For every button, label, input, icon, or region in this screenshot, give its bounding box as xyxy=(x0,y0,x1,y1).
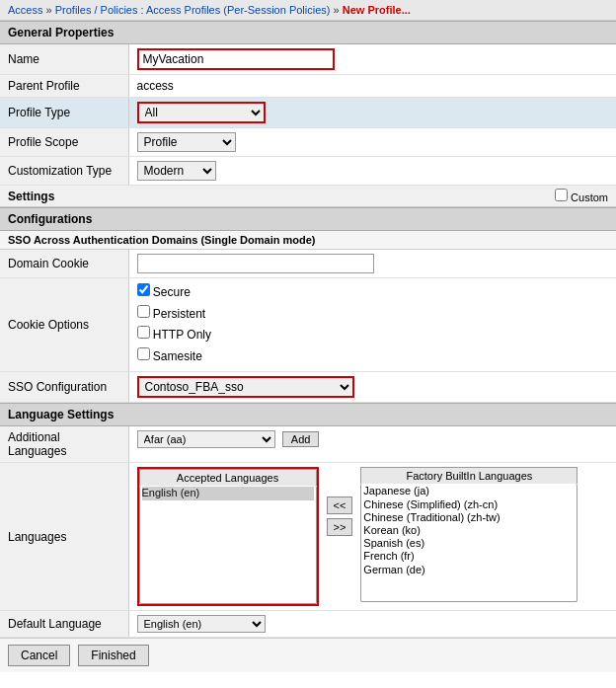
languages-value-cell: Accepted Languages English (en) << >> Fa… xyxy=(128,463,616,611)
default-language-value-cell: English (en) Japanese (ja) xyxy=(128,611,616,638)
domain-cookie-row: Domain Cookie xyxy=(0,250,616,278)
cookie-options-value-cell: Secure Persistent HTTP Only Samesite xyxy=(128,278,616,372)
factory-languages-select[interactable]: Japanese (ja) Chinese (Simplified) (zh-c… xyxy=(360,484,578,602)
name-row: Name xyxy=(0,44,616,75)
cookie-options-label: Cookie Options xyxy=(0,278,128,372)
cookie-options-row: Cookie Options Secure Persistent HTTP On… xyxy=(0,278,616,372)
cookie-samesite-checkbox[interactable] xyxy=(137,347,150,360)
additional-languages-label: Additional Languages xyxy=(0,426,128,463)
finished-button[interactable]: Finished xyxy=(78,645,148,666)
cancel-button[interactable]: Cancel xyxy=(8,645,70,666)
domain-cookie-value-cell xyxy=(128,250,616,278)
additional-languages-value-cell: Afar (aa) Abkhazian (ab) Add xyxy=(128,426,616,463)
languages-row: Languages Accepted Languages English (en… xyxy=(0,463,616,611)
sso-config-value-cell: Contoso_FBA_sso None xyxy=(128,372,616,403)
footer-bar: Cancel Finished xyxy=(0,638,616,672)
parent-profile-label: Parent Profile xyxy=(0,75,128,98)
cookie-secure-label[interactable]: Secure xyxy=(137,282,609,304)
languages-label: Languages xyxy=(0,463,128,611)
name-input[interactable] xyxy=(137,48,335,70)
profile-scope-select[interactable]: Profile Global xyxy=(137,132,236,152)
language-settings-table: Additional Languages Afar (aa) Abkhazian… xyxy=(0,426,616,638)
default-language-label: Default Language xyxy=(0,611,128,638)
domain-cookie-input[interactable] xyxy=(137,254,374,273)
default-language-row: Default Language English (en) Japanese (… xyxy=(0,611,616,638)
transfer-buttons: << >> xyxy=(323,497,357,536)
cookie-httponly-label[interactable]: HTTP Only xyxy=(137,325,609,346)
profile-type-row: Profile Type All LTM+APM SSL-VPN xyxy=(0,98,616,128)
parent-profile-row: Parent Profile access xyxy=(0,75,616,98)
breadcrumb-sep2: » xyxy=(334,4,343,16)
cookie-secure-checkbox[interactable] xyxy=(137,283,150,296)
add-language-button[interactable]: Add xyxy=(282,431,320,447)
breadcrumb: Access » Profiles / Policies : Access Pr… xyxy=(0,0,616,21)
sso-config-row: SSO Configuration Contoso_FBA_sso None xyxy=(0,372,616,403)
transfer-left-button[interactable]: << xyxy=(327,497,353,514)
name-value-cell xyxy=(128,44,616,75)
cookie-persistent-checkbox[interactable] xyxy=(137,305,150,318)
sso-section-header: SSO Across Authentication Domains (Singl… xyxy=(0,231,616,250)
settings-row: Settings Custom xyxy=(0,186,616,207)
profile-type-select[interactable]: All LTM+APM SSL-VPN xyxy=(137,102,266,123)
custom-checkbox-label[interactable]: Custom xyxy=(555,189,608,203)
customization-type-value-cell: Modern Standard xyxy=(128,157,616,186)
profile-scope-row: Profile Scope Profile Global xyxy=(0,128,616,157)
accepted-languages-header: Accepted Languages xyxy=(139,469,317,486)
name-label: Name xyxy=(0,44,128,75)
breadcrumb-new-profile: New Profile... xyxy=(343,4,411,16)
sso-config-label: SSO Configuration xyxy=(0,372,128,403)
configurations-header: Configurations xyxy=(0,207,616,231)
settings-label: Settings xyxy=(8,190,54,203)
customization-type-label: Customization Type xyxy=(0,157,128,186)
transfer-right-button[interactable]: >> xyxy=(327,518,353,536)
breadcrumb-profiles[interactable]: Profiles / Policies : Access Profiles (P… xyxy=(55,4,331,16)
cookie-samesite-label[interactable]: Samesite xyxy=(137,346,609,368)
factory-languages-box: Factory BuiltIn Languages Japanese (ja) … xyxy=(360,467,578,602)
additional-languages-row: Additional Languages Afar (aa) Abkhazian… xyxy=(0,426,616,463)
cookie-persistent-label[interactable]: Persistent xyxy=(137,304,609,326)
factory-languages-header: Factory BuiltIn Languages xyxy=(360,467,578,484)
custom-checkbox[interactable] xyxy=(555,189,568,201)
cookie-httponly-checkbox[interactable] xyxy=(137,326,150,339)
breadcrumb-sep1: » xyxy=(46,4,55,16)
profile-type-label: Profile Type xyxy=(0,98,128,128)
profile-type-value-cell: All LTM+APM SSL-VPN xyxy=(128,98,616,128)
default-language-select[interactable]: English (en) Japanese (ja) xyxy=(137,615,266,633)
accepted-languages-select[interactable]: English (en) xyxy=(139,486,317,604)
general-properties-header: General Properties xyxy=(0,21,616,44)
accepted-languages-box: Accepted Languages English (en) xyxy=(137,467,319,606)
customization-type-row: Customization Type Modern Standard xyxy=(0,157,616,186)
sso-config-select[interactable]: Contoso_FBA_sso None xyxy=(137,376,354,398)
general-properties-table: Name Parent Profile access Profile Type … xyxy=(0,44,616,186)
domain-cookie-label: Domain Cookie xyxy=(0,250,128,278)
additional-languages-select[interactable]: Afar (aa) Abkhazian (ab) xyxy=(137,430,275,448)
profile-scope-value-cell: Profile Global xyxy=(128,128,616,157)
breadcrumb-access[interactable]: Access xyxy=(8,4,42,16)
profile-scope-label: Profile Scope xyxy=(0,128,128,157)
sso-config-table: Domain Cookie Cookie Options Secure Pers… xyxy=(0,250,616,403)
language-settings-header: Language Settings xyxy=(0,403,616,426)
languages-box-container: Accepted Languages English (en) << >> Fa… xyxy=(137,467,609,606)
parent-profile-value: access xyxy=(128,75,616,98)
cookie-options-list: Secure Persistent HTTP Only Samesite xyxy=(137,282,609,367)
customization-type-select[interactable]: Modern Standard xyxy=(137,161,216,181)
